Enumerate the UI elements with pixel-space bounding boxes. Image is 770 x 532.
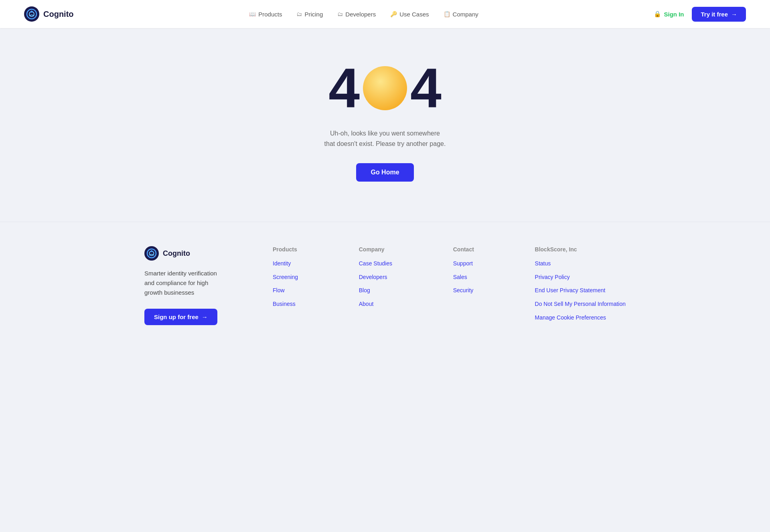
list-item[interactable]: Business bbox=[273, 300, 298, 308]
list-item[interactable]: Screening bbox=[273, 273, 298, 281]
error-message: Uh-oh, looks like you went somewhere tha… bbox=[324, 128, 446, 149]
footer-col-blockscore-list: Status Privacy Policy End User Privacy S… bbox=[535, 260, 626, 322]
signup-button[interactable]: Sign up for free → bbox=[144, 309, 217, 325]
arrow-right-icon: → bbox=[202, 314, 208, 320]
footer-col-company: Company Case Studies Developers Blog Abo… bbox=[359, 246, 392, 325]
error-circle-decoration bbox=[363, 66, 407, 110]
footer-col-products-list: Identity Screening Flow Business bbox=[273, 260, 298, 308]
list-item[interactable]: End User Privacy Statement bbox=[535, 287, 626, 295]
footer: Cognito Smarter identity verification an… bbox=[0, 222, 770, 349]
svg-point-7 bbox=[151, 250, 153, 252]
list-item[interactable]: Security bbox=[453, 287, 474, 295]
error-digit-right: 4 bbox=[410, 60, 442, 116]
try-free-button[interactable]: Try it free → bbox=[692, 7, 746, 22]
footer-col-company-heading: Company bbox=[359, 246, 392, 253]
nav-actions: 🔒 Sign In Try it free → bbox=[654, 7, 746, 22]
logo-icon bbox=[24, 6, 39, 22]
developers-icon: 🗂 bbox=[337, 11, 343, 17]
list-item[interactable]: Status bbox=[535, 260, 626, 268]
arrow-right-icon: → bbox=[731, 11, 737, 18]
list-item[interactable]: Developers bbox=[359, 273, 392, 281]
list-item[interactable]: Flow bbox=[273, 287, 298, 295]
logo-link[interactable]: Cognito bbox=[24, 6, 74, 22]
footer-col-products: Products Identity Screening Flow Busines… bbox=[273, 246, 298, 325]
footer-col-contact-list: Support Sales Security bbox=[453, 260, 474, 295]
footer-col-contact: Contact Support Sales Security bbox=[453, 246, 474, 325]
footer-col-blockscore: BlockScore, Inc Status Privacy Policy En… bbox=[535, 246, 626, 325]
sign-in-link[interactable]: 🔒 Sign In bbox=[654, 10, 684, 18]
nav-links: 📖 Products 🗂 Pricing 🗂 Developers 🔑 Use … bbox=[249, 11, 478, 18]
footer-logo-icon bbox=[144, 246, 159, 261]
list-item[interactable]: Manage Cookie Preferences bbox=[535, 314, 626, 322]
nav-item-developers[interactable]: 🗂 Developers bbox=[337, 11, 376, 18]
list-item[interactable]: Do Not Sell My Personal Information bbox=[535, 300, 626, 308]
footer-logo-text: Cognito bbox=[163, 249, 190, 258]
list-item[interactable]: Privacy Policy bbox=[535, 273, 626, 281]
go-home-button[interactable]: Go Home bbox=[356, 163, 413, 182]
nav-item-pricing[interactable]: 🗂 Pricing bbox=[296, 11, 323, 18]
footer-logo: Cognito bbox=[144, 246, 249, 261]
list-item[interactable]: Sales bbox=[453, 273, 474, 281]
list-item[interactable]: Blog bbox=[359, 287, 392, 295]
nav-item-products[interactable]: 📖 Products bbox=[249, 11, 282, 18]
list-item[interactable]: Identity bbox=[273, 260, 298, 268]
products-icon: 📖 bbox=[249, 11, 256, 17]
navbar: Cognito 📖 Products 🗂 Pricing 🗂 Developer… bbox=[0, 0, 770, 28]
footer-col-contact-heading: Contact bbox=[453, 246, 474, 253]
svg-point-3 bbox=[31, 11, 33, 13]
footer-tagline: Smarter identity verification and compli… bbox=[144, 269, 249, 297]
use-cases-icon: 🔑 bbox=[390, 11, 397, 17]
logo-text: Cognito bbox=[43, 10, 74, 19]
svg-point-0 bbox=[24, 6, 39, 22]
footer-cols: Products Identity Screening Flow Busines… bbox=[273, 246, 626, 325]
list-item[interactable]: Support bbox=[453, 260, 474, 268]
error-code: 4 4 bbox=[328, 60, 442, 116]
footer-col-blockscore-heading: BlockScore, Inc bbox=[535, 246, 626, 253]
footer-col-company-list: Case Studies Developers Blog About bbox=[359, 260, 392, 308]
footer-col-products-heading: Products bbox=[273, 246, 298, 253]
pricing-icon: 🗂 bbox=[296, 11, 302, 17]
company-icon: 📋 bbox=[444, 11, 450, 17]
lock-icon: 🔒 bbox=[654, 10, 661, 18]
nav-item-use-cases[interactable]: 🔑 Use Cases bbox=[390, 11, 429, 18]
svg-point-4 bbox=[144, 246, 159, 261]
error-digit-left: 4 bbox=[328, 60, 360, 116]
footer-inner: Cognito Smarter identity verification an… bbox=[144, 246, 626, 325]
nav-item-company[interactable]: 📋 Company bbox=[444, 11, 478, 18]
list-item[interactable]: Case Studies bbox=[359, 260, 392, 268]
footer-brand: Cognito Smarter identity verification an… bbox=[144, 246, 249, 325]
list-item[interactable]: About bbox=[359, 300, 392, 308]
main-content: 4 4 Uh-oh, looks like you went somewhere… bbox=[0, 28, 770, 222]
